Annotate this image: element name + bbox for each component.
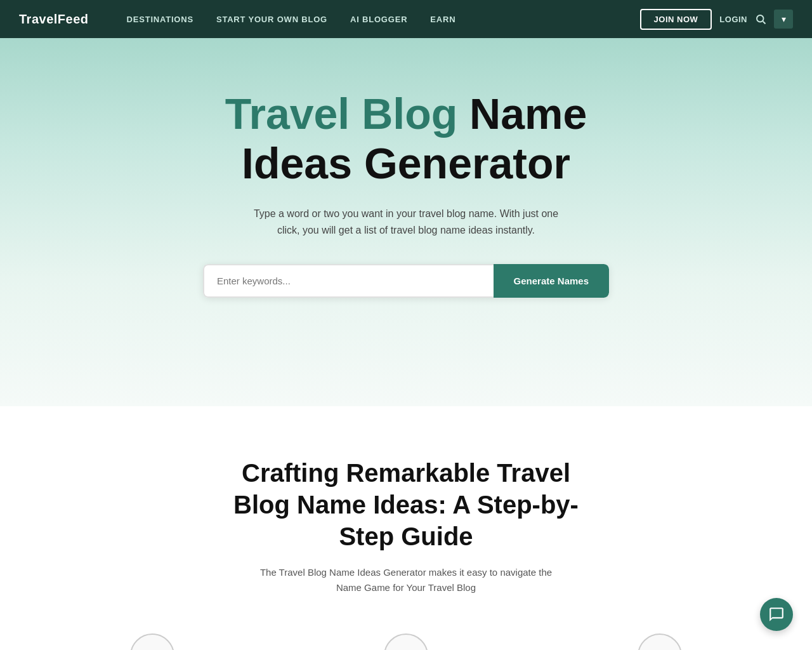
guide-title: Crafting Remarkable Travel Blog Name Ide… <box>216 457 596 552</box>
nav-start-blog[interactable]: START YOUR OWN BLOG <box>216 15 327 24</box>
step-2-number: 2 <box>402 647 410 650</box>
generate-names-button[interactable]: Generate Names <box>494 264 609 298</box>
header: TravelFeed DESTINATIONS START YOUR OWN B… <box>0 0 812 38</box>
nav-earn[interactable]: EARN <box>430 15 455 24</box>
step-3-number: 3 <box>656 647 664 650</box>
chat-button[interactable] <box>760 598 793 631</box>
steps-row: 1 2 3 <box>89 633 723 650</box>
step-1: 1 <box>89 633 216 650</box>
chevron-down-icon[interactable]: ▾ <box>774 10 793 29</box>
step-2: 2 <box>343 633 469 650</box>
step-3: 3 <box>596 633 723 650</box>
svg-line-1 <box>763 22 766 24</box>
nav-destinations[interactable]: DESTINATIONS <box>127 15 193 24</box>
step-3-circle: 3 <box>638 633 682 650</box>
guide-section: Crafting Remarkable Travel Blog Name Ide… <box>0 406 812 650</box>
step-1-number: 1 <box>148 647 156 650</box>
svg-point-0 <box>757 15 764 22</box>
keyword-search-bar: Generate Names <box>203 264 609 298</box>
guide-subtitle: The Travel Blog Name Ideas Generator mak… <box>254 565 558 595</box>
step-1-circle: 1 <box>130 633 174 650</box>
login-button[interactable]: LOGIN <box>719 15 747 24</box>
header-actions: JOIN NOW LOGIN ▾ <box>640 9 793 30</box>
join-now-button[interactable]: JOIN NOW <box>640 9 712 30</box>
hero-subtitle: Type a word or two you want in your trav… <box>241 206 571 238</box>
keyword-input[interactable] <box>203 264 494 298</box>
nav-ai-blogger[interactable]: AI BLOGGER <box>350 15 407 24</box>
hero-title: Travel Blog Name Ideas Generator <box>184 89 628 188</box>
hero-section: Travel Blog Name Ideas Generator Type a … <box>0 38 812 406</box>
search-icon[interactable] <box>755 13 766 25</box>
logo[interactable]: TravelFeed <box>19 12 89 27</box>
step-2-circle: 2 <box>384 633 428 650</box>
hero-title-highlight: Travel Blog <box>225 90 458 138</box>
main-nav: DESTINATIONS START YOUR OWN BLOG AI BLOG… <box>127 15 640 24</box>
